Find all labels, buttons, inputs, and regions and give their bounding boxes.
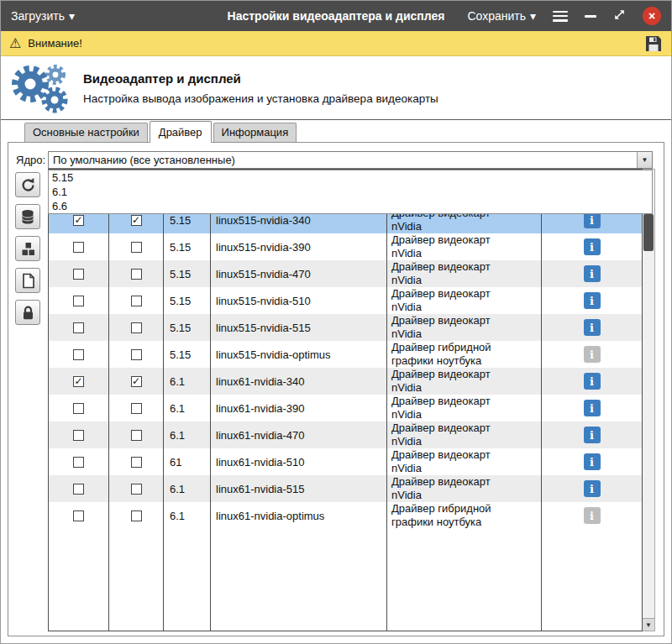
table-row[interactable]: ✓ ✓ 6.1 linux61-nvidia-340 Драйвер видео… [49, 368, 642, 395]
scrollbar-thumb[interactable] [643, 214, 654, 251]
kernel-version-cell: 61 [164, 448, 211, 475]
table-row[interactable]: 61 linux61-nvidia-510 Драйвер видеокарт … [49, 448, 642, 475]
save-file-button[interactable] [644, 34, 663, 53]
driver-checkbox[interactable]: ✓ [73, 215, 84, 226]
checkbox-cell-1 [49, 421, 109, 448]
kernel-option[interactable]: 5.15 [49, 170, 652, 185]
save-button[interactable]: Сохранить ▾ [467, 9, 536, 23]
info-button: i [584, 507, 601, 524]
driver-checkbox[interactable] [131, 457, 142, 468]
app-header: Видеоадаптер и дисплей Настройка вывода … [1, 56, 671, 120]
tab-basic-settings[interactable]: Основные настройки [24, 123, 148, 142]
driver-checkbox[interactable] [131, 269, 142, 280]
info-button[interactable]: i [584, 212, 601, 228]
checkbox-cell-1 [49, 260, 109, 287]
checkbox-cell-1: ✓ [49, 368, 109, 395]
info-cell: i [542, 395, 642, 421]
driver-name-cell: linux515-nvidia-510 [211, 287, 387, 314]
kernel-dropdown-list: 5.156.16.6 [48, 170, 653, 214]
driver-checkbox[interactable] [131, 242, 142, 253]
packages-button[interactable] [15, 236, 40, 261]
driver-checkbox[interactable]: ✓ [131, 215, 142, 226]
info-button[interactable]: i [584, 400, 601, 416]
driver-name-cell: linux61-nvidia-510 [211, 448, 387, 475]
info-button[interactable]: i [584, 238, 601, 255]
table-row[interactable]: 5.15 linux515-nvidia-390 Драйвер видеока… [49, 233, 642, 260]
minimize-button[interactable] [585, 15, 596, 18]
database-button[interactable] [15, 204, 40, 229]
driver-checkbox[interactable] [131, 430, 142, 441]
kernel-version-cell: 5.15 [164, 341, 211, 368]
table-row[interactable]: 6.1 linux61-nvidia-390 Драйвер видеокарт… [49, 395, 642, 421]
caret-down-icon: ▾ [69, 9, 75, 23]
table-filler-row [49, 529, 642, 631]
kernel-option[interactable]: 6.6 [49, 199, 652, 213]
driver-checkbox[interactable] [73, 269, 84, 280]
checkbox-cell-1 [49, 475, 109, 502]
driver-checkbox[interactable] [73, 430, 84, 441]
info-cell: i [542, 233, 642, 260]
database-icon [20, 209, 35, 225]
expand-button[interactable] [613, 8, 626, 24]
driver-checkbox[interactable] [73, 349, 84, 360]
warning-icon: ⚠ [9, 37, 21, 50]
driver-description-cell: Драйвер видеокарт nVidia [387, 314, 542, 341]
driver-name-cell: linux61-nvidia-390 [211, 395, 387, 421]
driver-checkbox[interactable] [73, 242, 84, 253]
table-row[interactable]: 6.1 linux61-nvidia-515 Драйвер видеокарт… [49, 475, 642, 502]
info-cell: i [542, 502, 642, 529]
table-row[interactable]: 5.15 linux515-nvidia-510 Драйвер видеока… [49, 287, 642, 314]
driver-checkbox[interactable] [73, 510, 84, 521]
kernel-select[interactable]: По умолчанию (все установленные) ▼ [48, 151, 653, 169]
driver-checkbox[interactable]: ✓ [131, 376, 142, 387]
driver-description-cell: Драйвер видеокарт nVidia [387, 233, 542, 260]
tab-information[interactable]: Информация [213, 123, 297, 142]
info-button[interactable]: i [584, 427, 601, 443]
info-cell: i [542, 368, 642, 395]
driver-name-cell: linux61-nvidia-optimus [211, 502, 387, 529]
kernel-option[interactable]: 6.1 [49, 185, 652, 199]
driver-checkbox[interactable] [73, 322, 84, 333]
driver-checkbox[interactable] [131, 349, 142, 360]
tab-driver[interactable]: Драйвер [150, 121, 212, 143]
caret-down-icon: ▾ [530, 9, 536, 23]
driver-checkbox[interactable] [73, 403, 84, 414]
tab-bar: Основные настройки Драйвер Информация [1, 120, 671, 142]
info-button[interactable]: i [584, 319, 601, 336]
driver-checkbox[interactable] [131, 510, 142, 521]
checkbox-cell-2 [109, 448, 164, 475]
info-cell: i [542, 448, 642, 475]
checkbox-cell-2 [109, 475, 164, 502]
driver-checkbox[interactable] [73, 296, 84, 306]
driver-checkbox[interactable] [131, 322, 142, 333]
info-button: i [584, 346, 601, 363]
table-row[interactable]: 5.15 linux515-nvidia-515 Драйвер видеока… [49, 314, 642, 341]
table-row[interactable]: 6.1 linux61-nvidia-optimus Драйвер гибри… [49, 502, 642, 529]
info-button[interactable]: i [584, 453, 601, 470]
document-button[interactable] [15, 268, 40, 293]
driver-checkbox[interactable] [131, 296, 142, 306]
driver-description-cell: Драйвер видеокарт nVidia [387, 395, 542, 421]
driver-checkbox[interactable] [131, 484, 142, 495]
scroll-down-button[interactable]: ▼ [643, 618, 654, 631]
close-button[interactable]: × [643, 7, 661, 25]
info-button[interactable]: i [584, 480, 601, 497]
driver-checkbox[interactable]: ✓ [73, 376, 84, 387]
driver-checkbox[interactable] [131, 403, 142, 414]
menu-button[interactable] [553, 11, 568, 22]
lock-button[interactable] [15, 300, 40, 325]
info-button[interactable]: i [584, 265, 601, 282]
info-button[interactable]: i [584, 292, 601, 309]
expand-icon [613, 8, 626, 21]
driver-checkbox[interactable] [73, 484, 84, 495]
table-row[interactable]: 6.1 linux61-nvidia-470 Драйвер видеокарт… [49, 421, 642, 448]
driver-checkbox[interactable] [73, 457, 84, 468]
load-button[interactable]: Загрузить ▾ [11, 9, 75, 23]
table-row[interactable]: 5.15 linux515-nvidia-optimus Драйвер гиб… [49, 341, 642, 368]
vertical-scrollbar[interactable]: ▼ [643, 169, 655, 631]
refresh-button[interactable] [15, 172, 40, 197]
checkbox-cell-2 [109, 395, 164, 421]
table-row[interactable]: 5.15 linux515-nvidia-470 Драйвер видеока… [49, 260, 642, 287]
kernel-label: Ядро: [16, 154, 45, 166]
info-button[interactable]: i [584, 373, 601, 390]
